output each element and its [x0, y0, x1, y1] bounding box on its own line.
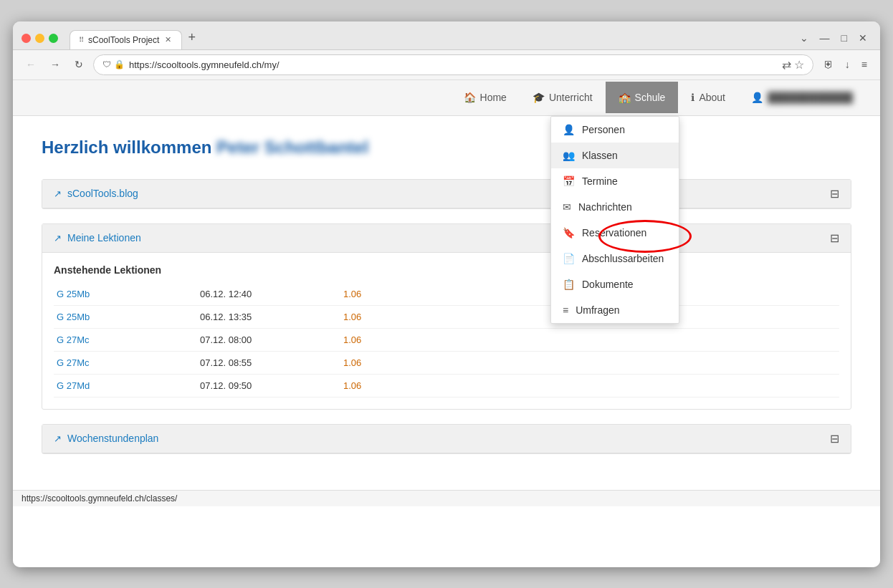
lektion-name-5[interactable]: G 27Md [54, 374, 197, 397]
lektion-name-4[interactable]: G 27Mc [54, 351, 197, 374]
url-text: https://scooltools.gymneufeld.ch/my/ [129, 59, 778, 70]
nav-unterricht-label: Unterricht [549, 92, 593, 103]
section-lektionen: ↗ Meine Lektionen ⊟ Anstehende Lektionen… [42, 223, 851, 410]
back-btn[interactable]: ← [22, 56, 40, 73]
dropdown-personen[interactable]: 👤 Personen [551, 117, 679, 143]
browser-window: ⠿ sCoolTools Project ✕ + ⌄ — □ ✕ ← → ↻ 🛡… [13, 21, 880, 567]
section-wochenplan-collapse-btn[interactable]: ⊟ [830, 432, 839, 445]
restore-btn[interactable]: □ [837, 29, 851, 47]
browser-titlebar: ⠿ sCoolTools Project ✕ + ⌄ — □ ✕ [13, 21, 880, 50]
table-row: G 27Md 07.12. 09:50 1.06 [54, 374, 839, 397]
dropdown-abschlussarbeiten[interactable]: 📄 Abschlussarbeiten [551, 246, 679, 271]
new-tab-btn[interactable]: + [182, 27, 201, 48]
maximize-window-btn[interactable] [49, 34, 58, 43]
dropdown-klassen[interactable]: 👥 Klassen [551, 143, 679, 168]
section-blog-collapse-btn[interactable]: ⊟ [830, 187, 839, 201]
lektion-date-5: 07.12. 09:50 [197, 374, 340, 397]
window-controls [22, 34, 58, 43]
dropdown-nachrichten[interactable]: ✉ Nachrichten [551, 194, 679, 220]
active-tab[interactable]: ⠿ sCoolTools Project ✕ [70, 30, 182, 49]
download-btn[interactable]: ↓ [841, 56, 854, 73]
dropdown-termine[interactable]: 📅 Termine [551, 168, 679, 194]
nav-unterricht[interactable]: 🎓 Unterricht [520, 82, 606, 113]
section-blog: ↗ sCoolTools.blog ⊟ [42, 179, 851, 209]
section-lektionen-collapse-btn[interactable]: ⊟ [830, 231, 839, 245]
section-blog-label: sCoolTools.blog [67, 188, 138, 199]
dropdown-reservationen-label: Reservationen [582, 227, 646, 238]
menu-btn[interactable]: ≡ [857, 56, 871, 73]
lektionen-table: G 25Mb 06.12. 12:40 1.06 G 25Mb 06.12. 1… [54, 283, 839, 397]
dropdown-termine-label: Termine [582, 175, 618, 187]
forward-btn[interactable]: → [46, 56, 65, 73]
page-content: 🏠 Home 🎓 Unterricht 🏫 Schule ℹ About 👤 [13, 80, 880, 567]
dropdown-reservationen[interactable]: 🔖 Reservationen [551, 220, 679, 246]
translate-icon: ⇄ [782, 58, 791, 72]
dropdown-umfragen[interactable]: ≡ Umfragen [551, 297, 679, 323]
section-lektionen-label: Meine Lektionen [67, 232, 141, 244]
browser-navbar: ← → ↻ 🛡 🔒 https://scooltools.gymneufeld.… [13, 50, 880, 80]
welcome-name: Peter Schottbantel [216, 138, 368, 158]
extensions-btn[interactable]: ⛨ [819, 56, 838, 73]
external-link-icon-3: ↗ [54, 433, 62, 444]
nav-schule[interactable]: 🏫 Schule [606, 82, 679, 113]
info-icon: ℹ [691, 92, 694, 103]
dropdown-abschlussarbeiten-label: Abschlussarbeiten [582, 253, 664, 264]
nachrichten-icon: ✉ [563, 201, 571, 213]
dropdown-klassen-label: Klassen [582, 150, 618, 161]
refresh-btn[interactable]: ↻ [70, 56, 87, 73]
welcome-text: Herzlich willkommen [42, 138, 211, 157]
dropdown-nachrichten-label: Nachrichten [578, 201, 632, 213]
section-wochenplan: ↗ Wochenstundenplan ⊟ [42, 424, 851, 454]
section-blog-header: ↗ sCoolTools.blog ⊟ [42, 180, 851, 208]
section-lektionen-title[interactable]: ↗ Meine Lektionen [54, 232, 141, 244]
close-btn[interactable]: ✕ [854, 29, 871, 47]
dropdown-dokumente-label: Dokumente [582, 279, 634, 290]
dropdown-personen-label: Personen [582, 124, 625, 135]
dropdown-umfragen-label: Umfragen [576, 304, 619, 316]
nav-home-label: Home [480, 92, 507, 103]
tab-title: sCoolTools Project [88, 35, 159, 45]
nav-user[interactable]: 👤 ████████████ [738, 82, 866, 113]
schule-dropdown: 👤 Personen 👥 Klassen 📅 Termine ✉ Nachric… [550, 116, 679, 324]
main-content: Herzlich willkommen Peter Schottbantel ↗… [13, 116, 880, 490]
umfragen-icon: ≡ [563, 304, 568, 316]
dropdown-dokumente[interactable]: 📋 Dokumente [551, 271, 679, 297]
section-wochenplan-label: Wochenstundenplan [67, 433, 158, 444]
external-link-icon: ↗ [54, 188, 62, 199]
navbar-right: ⛨ ↓ ≡ [819, 56, 871, 73]
lektionen-sub-heading: Anstehende Lektionen [54, 264, 839, 276]
lock-icon: 🔒 [114, 59, 125, 69]
minimize-btn[interactable]: — [816, 29, 834, 47]
tab-list-btn[interactable]: ⌄ [796, 29, 813, 47]
nav-about-label: About [699, 92, 725, 103]
lektion-name-3[interactable]: G 27Mc [54, 328, 197, 351]
dokumente-icon: 📋 [563, 279, 575, 290]
lektion-date-4: 07.12. 08:55 [197, 351, 340, 374]
security-icons: 🛡 🔒 [102, 59, 125, 69]
table-row: G 25Mb 06.12. 12:40 1.06 [54, 283, 839, 306]
status-bar: https://scooltools.gymneufeld.ch/classes… [13, 490, 880, 506]
welcome-heading: Herzlich willkommen Peter Schottbantel [42, 138, 851, 158]
section-lektionen-body: Anstehende Lektionen G 25Mb 06.12. 12:40… [42, 253, 851, 409]
nav-schule-label: Schule [635, 92, 666, 103]
lektion-room-4: 1.06 [340, 351, 839, 374]
tab-close-btn[interactable]: ✕ [163, 35, 173, 44]
lektion-name-1[interactable]: G 25Mb [54, 283, 197, 306]
nav-about[interactable]: ℹ About [678, 82, 738, 113]
table-row: G 25Mb 06.12. 13:35 1.06 [54, 305, 839, 328]
table-row: G 27Mc 07.12. 08:55 1.06 [54, 351, 839, 374]
section-blog-title[interactable]: ↗ sCoolTools.blog [54, 188, 138, 199]
bookmark-icon[interactable]: ☆ [794, 58, 804, 72]
minimize-window-btn[interactable] [35, 34, 44, 43]
tab-favicon: ⠿ [79, 36, 84, 44]
address-bar[interactable]: 🛡 🔒 https://scooltools.gymneufeld.ch/my/… [93, 54, 813, 75]
unterricht-icon: 🎓 [533, 92, 545, 103]
lektion-name-2[interactable]: G 25Mb [54, 305, 197, 328]
close-window-btn[interactable] [22, 34, 31, 43]
section-wochenplan-title[interactable]: ↗ Wochenstundenplan [54, 433, 158, 444]
termine-icon: 📅 [563, 175, 575, 187]
section-lektionen-header: ↗ Meine Lektionen ⊟ [42, 224, 851, 253]
nav-home[interactable]: 🏠 Home [451, 82, 520, 113]
reservationen-icon: 🔖 [563, 227, 575, 238]
home-icon: 🏠 [464, 92, 476, 103]
